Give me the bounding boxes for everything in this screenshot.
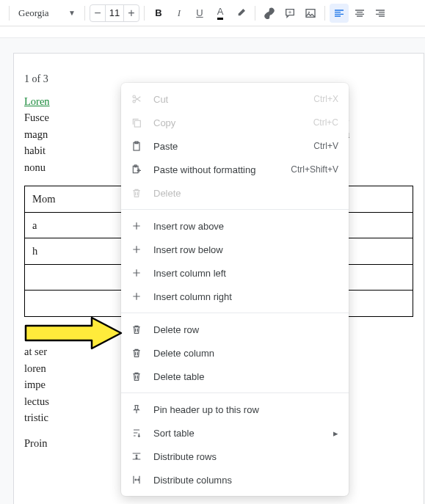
- underline-button[interactable]: U: [190, 4, 209, 23]
- highlight-button[interactable]: [231, 4, 250, 23]
- context-menu-item[interactable]: Distribute rows: [121, 445, 349, 468]
- font-size-decrease[interactable]: −: [90, 7, 105, 19]
- menu-item-label: Pin header up to this row: [153, 404, 338, 415]
- menu-shortcut: Ctrl+X: [313, 94, 338, 104]
- context-menu-item: CutCtrl+X: [121, 87, 349, 111]
- trash-icon: [130, 186, 143, 200]
- plus-icon: [130, 219, 143, 233]
- menu-shortcut: Ctrl+V: [313, 141, 338, 151]
- trash-icon: [130, 370, 143, 383]
- align-right-button[interactable]: [371, 4, 390, 23]
- plus-icon: [130, 266, 143, 280]
- menu-item-label: Delete table: [153, 371, 338, 382]
- context-menu-item[interactable]: Pin header up to this row: [121, 398, 349, 421]
- font-select[interactable]: Georgia▼: [14, 4, 80, 23]
- font-size-control: − 11 +: [90, 4, 139, 22]
- submenu-arrow-icon: ▸: [333, 428, 338, 439]
- context-menu-item[interactable]: Insert column left: [121, 261, 349, 285]
- plus-icon: [130, 243, 143, 256]
- context-menu-item[interactable]: Delete column: [121, 341, 349, 365]
- hyperlink[interactable]: Loren: [24, 95, 50, 107]
- plus-icon: [130, 290, 143, 303]
- svg-point-3: [133, 101, 135, 103]
- menu-item-label: Insert column left: [153, 268, 338, 279]
- menu-shortcut: Ctrl+C: [313, 117, 338, 128]
- toolbar: Georgia▼ − 11 + B I U A: [0, 0, 425, 26]
- context-menu-item: CopyCtrl+C: [121, 111, 349, 134]
- context-menu-item[interactable]: Sort table▸: [121, 421, 349, 445]
- menu-item-label: Paste without formatting: [153, 164, 280, 175]
- menu-item-label: Insert row below: [153, 244, 338, 255]
- paste-plain-icon: [130, 163, 143, 176]
- svg-point-2: [133, 95, 135, 98]
- menu-item-label: Delete column: [153, 348, 338, 359]
- dist-rows-icon: [130, 450, 143, 463]
- context-menu-item[interactable]: Distribute columns: [121, 468, 349, 492]
- menu-item-label: Delete row: [153, 324, 338, 335]
- context-menu-item[interactable]: Paste without formattingCtrl+Shift+V: [121, 158, 349, 181]
- bold-button[interactable]: B: [149, 4, 168, 23]
- context-menu-item[interactable]: Insert column right: [121, 285, 349, 308]
- context-menu-item: Delete: [121, 181, 349, 205]
- menu-item-label: Paste: [153, 141, 303, 152]
- align-center-button[interactable]: [350, 4, 369, 23]
- trash-icon: [130, 323, 143, 336]
- menu-item-label: Insert row above: [153, 221, 338, 232]
- menu-item-label: Insert column right: [153, 291, 338, 302]
- context-menu-item[interactable]: Delete table: [121, 365, 349, 388]
- menu-item-label: Sort table: [153, 428, 323, 439]
- menu-item-label: Distribute rows: [153, 451, 338, 462]
- comment-button[interactable]: [280, 4, 299, 23]
- menu-shortcut: Ctrl+Shift+V: [291, 164, 338, 175]
- context-menu-item[interactable]: Insert row above: [121, 214, 349, 238]
- context-menu-item[interactable]: PasteCtrl+V: [121, 134, 349, 158]
- link-button[interactable]: [260, 4, 279, 23]
- menu-item-label: Cut: [153, 94, 303, 105]
- context-menu-item[interactable]: Delete row: [121, 318, 349, 341]
- font-size-increase[interactable]: +: [124, 7, 139, 19]
- context-menu: CutCtrl+XCopyCtrl+CPasteCtrl+VPaste with…: [121, 83, 349, 496]
- svg-point-1: [308, 11, 310, 12]
- menu-item-label: Delete: [153, 188, 338, 199]
- font-size-value[interactable]: 11: [105, 5, 124, 21]
- ruler: [0, 26, 425, 38]
- copy-icon: [130, 116, 143, 129]
- tutorial-arrow: [22, 316, 125, 350]
- image-button[interactable]: [301, 4, 320, 23]
- scissors-icon: [130, 92, 143, 106]
- italic-button[interactable]: I: [170, 4, 189, 23]
- align-left-button[interactable]: [330, 4, 349, 23]
- page-indicator: 1 of 3: [24, 71, 48, 87]
- svg-rect-4: [134, 120, 140, 127]
- pin-icon: [130, 403, 143, 416]
- trash-icon: [130, 346, 143, 359]
- sort-icon: [130, 426, 143, 439]
- dist-cols-icon: [130, 473, 143, 486]
- text-color-button[interactable]: A: [211, 4, 230, 23]
- menu-item-label: Distribute columns: [153, 475, 338, 486]
- paste-icon: [130, 139, 143, 153]
- context-menu-item[interactable]: Insert row below: [121, 238, 349, 261]
- menu-item-label: Copy: [153, 117, 303, 128]
